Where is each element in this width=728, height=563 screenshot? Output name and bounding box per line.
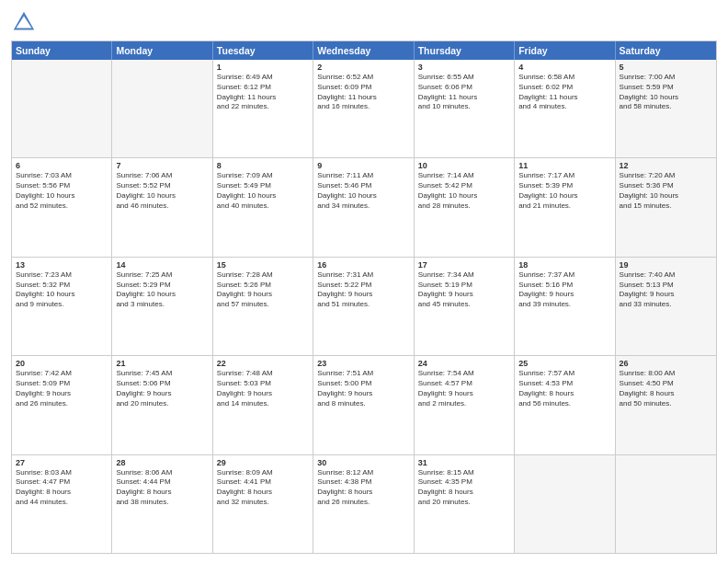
header-day-thursday: Thursday bbox=[415, 41, 515, 60]
day-info: Sunrise: 6:52 AM Sunset: 6:09 PM Dayligh… bbox=[317, 73, 409, 112]
day-info: Sunrise: 8:00 AM Sunset: 4:50 PM Dayligh… bbox=[620, 369, 712, 408]
day-number: 17 bbox=[418, 260, 510, 270]
calendar-cell-w2-d6: 11Sunrise: 7:17 AM Sunset: 5:39 PM Dayli… bbox=[515, 158, 615, 256]
day-info: Sunrise: 7:54 AM Sunset: 4:57 PM Dayligh… bbox=[418, 369, 510, 408]
calendar-cell-w3-d6: 18Sunrise: 7:37 AM Sunset: 5:16 PM Dayli… bbox=[515, 258, 615, 355]
calendar-cell-w4-d2: 21Sunrise: 7:45 AM Sunset: 5:06 PM Dayli… bbox=[112, 356, 212, 454]
calendar-cell-w5-d6 bbox=[515, 455, 615, 553]
day-info: Sunrise: 7:51 AM Sunset: 5:00 PM Dayligh… bbox=[317, 369, 409, 408]
day-number: 2 bbox=[317, 63, 409, 72]
day-info: Sunrise: 7:23 AM Sunset: 5:32 PM Dayligh… bbox=[16, 270, 108, 310]
day-info: Sunrise: 7:45 AM Sunset: 5:06 PM Dayligh… bbox=[116, 369, 208, 408]
header-day-wednesday: Wednesday bbox=[313, 41, 414, 60]
calendar-cell-w2-d5: 10Sunrise: 7:14 AM Sunset: 5:42 PM Dayli… bbox=[415, 158, 515, 256]
calendar-cell-w3-d1: 13Sunrise: 7:23 AM Sunset: 5:32 PM Dayli… bbox=[12, 258, 112, 355]
calendar-week-1: 1Sunrise: 6:49 AM Sunset: 6:12 PM Daylig… bbox=[12, 60, 716, 158]
header-day-saturday: Saturday bbox=[616, 41, 716, 60]
calendar-cell-w1-d1 bbox=[12, 60, 112, 157]
day-number: 21 bbox=[116, 359, 208, 368]
calendar-cell-w4-d6: 25Sunrise: 7:57 AM Sunset: 4:53 PM Dayli… bbox=[515, 356, 615, 454]
calendar-cell-w2-d2: 7Sunrise: 7:06 AM Sunset: 5:52 PM Daylig… bbox=[112, 158, 212, 256]
calendar-cell-w5-d4: 30Sunrise: 8:12 AM Sunset: 4:38 PM Dayli… bbox=[313, 455, 414, 553]
day-info: Sunrise: 6:55 AM Sunset: 6:06 PM Dayligh… bbox=[418, 73, 510, 112]
day-info: Sunrise: 7:11 AM Sunset: 5:46 PM Dayligh… bbox=[317, 171, 409, 211]
calendar-cell-w1-d2 bbox=[112, 60, 212, 157]
day-number: 18 bbox=[518, 260, 610, 270]
day-info: Sunrise: 7:48 AM Sunset: 5:03 PM Dayligh… bbox=[217, 369, 309, 408]
calendar-cell-w4-d5: 24Sunrise: 7:54 AM Sunset: 4:57 PM Dayli… bbox=[415, 356, 515, 454]
day-number: 24 bbox=[418, 359, 510, 368]
day-info: Sunrise: 7:34 AM Sunset: 5:19 PM Dayligh… bbox=[418, 270, 510, 310]
day-info: Sunrise: 8:09 AM Sunset: 4:41 PM Dayligh… bbox=[217, 468, 309, 508]
day-info: Sunrise: 7:25 AM Sunset: 5:29 PM Dayligh… bbox=[116, 270, 208, 310]
header-day-sunday: Sunday bbox=[12, 41, 112, 60]
day-number: 31 bbox=[418, 458, 510, 467]
day-number: 12 bbox=[620, 161, 712, 170]
day-number: 13 bbox=[16, 260, 108, 270]
calendar-cell-w2-d4: 9Sunrise: 7:11 AM Sunset: 5:46 PM Daylig… bbox=[313, 158, 414, 256]
calendar-cell-w3-d7: 19Sunrise: 7:40 AM Sunset: 5:13 PM Dayli… bbox=[616, 258, 716, 355]
day-number: 14 bbox=[116, 260, 208, 270]
day-info: Sunrise: 8:15 AM Sunset: 4:35 PM Dayligh… bbox=[418, 468, 510, 508]
day-number: 8 bbox=[217, 161, 309, 170]
calendar-cell-w1-d6: 4Sunrise: 6:58 AM Sunset: 6:02 PM Daylig… bbox=[515, 60, 615, 157]
calendar-cell-w4-d3: 22Sunrise: 7:48 AM Sunset: 5:03 PM Dayli… bbox=[213, 356, 313, 454]
day-number: 1 bbox=[217, 63, 309, 72]
day-info: Sunrise: 7:17 AM Sunset: 5:39 PM Dayligh… bbox=[518, 171, 610, 211]
calendar-cell-w2-d7: 12Sunrise: 7:20 AM Sunset: 5:36 PM Dayli… bbox=[616, 158, 716, 256]
day-info: Sunrise: 7:40 AM Sunset: 5:13 PM Dayligh… bbox=[620, 270, 712, 310]
header-day-friday: Friday bbox=[515, 41, 615, 60]
calendar-cell-w3-d3: 15Sunrise: 7:28 AM Sunset: 5:26 PM Dayli… bbox=[213, 258, 313, 355]
day-info: Sunrise: 6:58 AM Sunset: 6:02 PM Dayligh… bbox=[518, 73, 610, 112]
calendar-cell-w3-d4: 16Sunrise: 7:31 AM Sunset: 5:22 PM Dayli… bbox=[313, 258, 414, 355]
page: SundayMondayTuesdayWednesdayThursdayFrid… bbox=[0, 0, 728, 563]
day-number: 11 bbox=[518, 161, 610, 170]
header bbox=[11, 9, 717, 35]
day-info: Sunrise: 7:31 AM Sunset: 5:22 PM Dayligh… bbox=[317, 270, 409, 310]
day-info: Sunrise: 7:37 AM Sunset: 5:16 PM Dayligh… bbox=[518, 270, 610, 310]
calendar: SundayMondayTuesdayWednesdayThursdayFrid… bbox=[11, 40, 717, 554]
day-number: 15 bbox=[217, 260, 309, 270]
day-info: Sunrise: 6:49 AM Sunset: 6:12 PM Dayligh… bbox=[217, 73, 309, 112]
day-info: Sunrise: 8:12 AM Sunset: 4:38 PM Dayligh… bbox=[317, 468, 409, 508]
day-info: Sunrise: 7:14 AM Sunset: 5:42 PM Dayligh… bbox=[418, 171, 510, 211]
day-number: 6 bbox=[16, 161, 108, 170]
day-number: 16 bbox=[317, 260, 409, 270]
day-info: Sunrise: 7:03 AM Sunset: 5:56 PM Dayligh… bbox=[16, 171, 108, 211]
day-number: 27 bbox=[16, 458, 108, 467]
calendar-week-4: 20Sunrise: 7:42 AM Sunset: 5:09 PM Dayli… bbox=[12, 356, 716, 454]
calendar-cell-w5-d2: 28Sunrise: 8:06 AM Sunset: 4:44 PM Dayli… bbox=[112, 455, 212, 553]
header-day-monday: Monday bbox=[112, 41, 212, 60]
day-info: Sunrise: 7:28 AM Sunset: 5:26 PM Dayligh… bbox=[217, 270, 309, 310]
calendar-cell-w5-d3: 29Sunrise: 8:09 AM Sunset: 4:41 PM Dayli… bbox=[213, 455, 313, 553]
calendar-body: 1Sunrise: 6:49 AM Sunset: 6:12 PM Daylig… bbox=[12, 60, 716, 553]
day-number: 20 bbox=[16, 359, 108, 368]
calendar-cell-w2-d3: 8Sunrise: 7:09 AM Sunset: 5:49 PM Daylig… bbox=[213, 158, 313, 256]
day-number: 3 bbox=[418, 63, 510, 72]
calendar-cell-w1-d7: 5Sunrise: 7:00 AM Sunset: 5:59 PM Daylig… bbox=[616, 60, 716, 157]
day-number: 25 bbox=[518, 359, 610, 368]
day-info: Sunrise: 7:06 AM Sunset: 5:52 PM Dayligh… bbox=[116, 171, 208, 211]
calendar-cell-w2-d1: 6Sunrise: 7:03 AM Sunset: 5:56 PM Daylig… bbox=[12, 158, 112, 256]
day-info: Sunrise: 7:09 AM Sunset: 5:49 PM Dayligh… bbox=[217, 171, 309, 211]
day-info: Sunrise: 7:20 AM Sunset: 5:36 PM Dayligh… bbox=[620, 171, 712, 211]
calendar-cell-w1-d5: 3Sunrise: 6:55 AM Sunset: 6:06 PM Daylig… bbox=[415, 60, 515, 157]
calendar-cell-w1-d3: 1Sunrise: 6:49 AM Sunset: 6:12 PM Daylig… bbox=[213, 60, 313, 157]
calendar-cell-w4-d1: 20Sunrise: 7:42 AM Sunset: 5:09 PM Dayli… bbox=[12, 356, 112, 454]
day-info: Sunrise: 8:03 AM Sunset: 4:47 PM Dayligh… bbox=[16, 468, 108, 508]
calendar-week-3: 13Sunrise: 7:23 AM Sunset: 5:32 PM Dayli… bbox=[12, 258, 716, 356]
calendar-cell-w3-d5: 17Sunrise: 7:34 AM Sunset: 5:19 PM Dayli… bbox=[415, 258, 515, 355]
calendar-cell-w1-d4: 2Sunrise: 6:52 AM Sunset: 6:09 PM Daylig… bbox=[313, 60, 414, 157]
day-info: Sunrise: 8:06 AM Sunset: 4:44 PM Dayligh… bbox=[116, 468, 208, 508]
day-info: Sunrise: 7:42 AM Sunset: 5:09 PM Dayligh… bbox=[16, 369, 108, 408]
day-number: 23 bbox=[317, 359, 409, 368]
day-number: 7 bbox=[116, 161, 208, 170]
logo-icon bbox=[11, 9, 37, 35]
calendar-cell-w5-d5: 31Sunrise: 8:15 AM Sunset: 4:35 PM Dayli… bbox=[415, 455, 515, 553]
day-number: 4 bbox=[518, 63, 610, 72]
day-info: Sunrise: 7:00 AM Sunset: 5:59 PM Dayligh… bbox=[620, 73, 712, 112]
day-number: 22 bbox=[217, 359, 309, 368]
day-number: 10 bbox=[418, 161, 510, 170]
day-number: 5 bbox=[620, 63, 712, 72]
calendar-cell-w5-d1: 27Sunrise: 8:03 AM Sunset: 4:47 PM Dayli… bbox=[12, 455, 112, 553]
